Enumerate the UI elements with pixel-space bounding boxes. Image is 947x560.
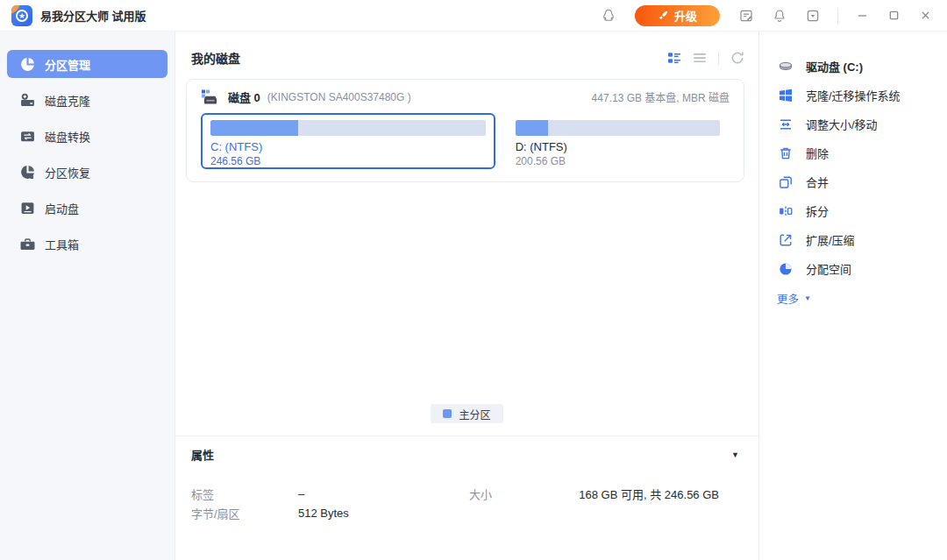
rocket-icon [658, 10, 669, 21]
action-label: 拆分 [806, 202, 829, 219]
refresh-icon[interactable] [730, 51, 744, 65]
partition-size: 200.56 GB [516, 155, 720, 168]
disk-clone-icon [20, 93, 35, 108]
sidebar-item-boot-disk[interactable]: 启动盘 [7, 194, 167, 222]
extend-shrink-icon [777, 231, 794, 249]
basic-disk-icon [201, 89, 219, 105]
feedback-icon[interactable] [734, 4, 758, 27]
legend-label: 主分区 [459, 407, 490, 422]
action-label: 分配空间 [806, 260, 851, 277]
minimize-button[interactable] [851, 4, 873, 27]
property-label: 大小 [469, 486, 492, 502]
disk-model: (KINGSTON SA400S37480G ) [267, 91, 411, 103]
chevron-down-icon: ▼ [804, 294, 811, 302]
partition-c[interactable]: C: (NTFS) 246.56 GB [201, 113, 495, 169]
app-window: ★ 易我分区大师 试用版 升级 [0, 0, 947, 560]
titlebar-divider [837, 8, 838, 24]
partition-recovery-icon [20, 165, 35, 180]
selected-drive-label: 驱动盘 (C:) [806, 58, 863, 74]
resize-move-icon [777, 116, 794, 133]
action-resize-move[interactable]: 调整大小/移动 [777, 110, 947, 138]
drive-platter-icon [777, 58, 794, 75]
disk-name: 磁盘 0 [228, 89, 260, 105]
upgrade-button[interactable]: 升级 [635, 5, 720, 26]
sidebar-item-label: 工具箱 [45, 236, 79, 252]
usage-bar [516, 120, 720, 136]
toolbar-divider [718, 52, 719, 65]
merge-icon [777, 174, 794, 191]
more-actions-button[interactable]: 更多 ▼ [777, 290, 811, 307]
sidebar-item-partition-manage[interactable]: 分区管理 [7, 50, 167, 78]
action-label: 克隆/迁移操作系统 [806, 87, 901, 103]
sidebar-item-partition-recovery[interactable]: 分区恢复 [7, 158, 167, 186]
card-view-icon[interactable] [667, 51, 681, 65]
sidebar-item-disk-convert[interactable]: 磁盘转换 [7, 122, 167, 150]
partition-label: C: (NTFS) [210, 140, 486, 153]
selected-drive-header: 驱动盘 (C:) [777, 52, 947, 81]
left-sidebar: 分区管理 磁盘克隆 磁盘转换 [0, 32, 175, 560]
qq-support-icon[interactable] [596, 4, 621, 27]
sidebar-item-toolbox[interactable]: 工具箱 [7, 230, 167, 258]
app-title: 易我分区大师 试用版 [40, 7, 146, 24]
action-panel: 驱动盘 (C:) 克隆/迁移操作系统 调整大小/移动 [758, 32, 947, 560]
sidebar-item-label: 分区管理 [45, 56, 90, 73]
partition-label: D: (NTFS) [516, 140, 720, 153]
action-label: 删除 [806, 145, 829, 161]
property-value: 168 GB 可用, 共 246.56 GB [492, 486, 719, 502]
close-button[interactable] [914, 4, 936, 27]
windows-icon [777, 87, 794, 104]
property-value: 512 Bytes [298, 507, 469, 520]
action-label: 调整大小/移动 [806, 116, 878, 132]
split-icon [777, 202, 794, 220]
property-label: 标签 [191, 486, 298, 502]
action-allocate-space[interactable]: 分配空间 [777, 254, 947, 283]
boot-disk-icon [20, 201, 35, 216]
sidebar-item-label: 启动盘 [45, 200, 79, 216]
page-title: 我的磁盘 [191, 49, 240, 67]
disk-card: 磁盘 0 (KINGSTON SA400S37480G ) 447.13 GB … [186, 79, 744, 182]
partition-size: 246.56 GB [210, 155, 486, 168]
sidebar-item-label: 磁盘克隆 [45, 92, 90, 109]
action-split[interactable]: 拆分 [777, 196, 947, 225]
upgrade-label: 升级 [674, 7, 697, 24]
properties-panel: 属性 ▼ 标签 – 大小 168 GB 可用, 共 246.56 GB 字节/扇… [175, 436, 758, 560]
action-delete[interactable]: 删除 [777, 138, 947, 167]
legend-primary-partition: 主分区 [431, 404, 502, 423]
collapse-caret-icon[interactable]: ▼ [731, 450, 739, 459]
property-label: 字节/扇区 [191, 505, 298, 521]
sidebar-item-label: 分区恢复 [45, 164, 90, 181]
allocate-space-icon [777, 260, 794, 278]
partition-d[interactable]: D: (NTFS) 200.56 GB [506, 113, 730, 169]
action-label: 扩展/压缩 [806, 231, 855, 248]
disk-summary: 447.13 GB 基本盘, MBR 磁盘 [592, 89, 730, 104]
primary-partition-swatch [443, 409, 452, 418]
action-label: 合并 [806, 174, 829, 190]
menu-dropdown-icon[interactable] [801, 4, 825, 27]
app-logo-icon: ★ [11, 5, 32, 26]
more-label: 更多 [777, 290, 799, 307]
sidebar-item-disk-clone[interactable]: 磁盘克隆 [7, 86, 167, 114]
usage-fill [516, 120, 548, 136]
usage-bar [210, 120, 486, 136]
action-merge[interactable]: 合并 [777, 167, 947, 196]
partition-map: C: (NTFS) 246.56 GB D: (NTFS) 200.56 GB [201, 113, 730, 169]
properties-title: 属性 [191, 446, 214, 463]
main-panel: 我的磁盘 [175, 32, 758, 560]
maximize-button[interactable] [882, 4, 905, 27]
sidebar-item-label: 磁盘转换 [45, 128, 90, 145]
action-clone-migrate-os[interactable]: 克隆/迁移操作系统 [777, 81, 947, 110]
notifications-bell-icon[interactable] [767, 4, 792, 27]
list-view-icon[interactable] [693, 51, 707, 65]
pie-partition-icon [20, 57, 35, 72]
action-extend-shrink[interactable]: 扩展/压缩 [777, 225, 947, 254]
trash-icon [777, 145, 794, 162]
disk-convert-icon [20, 129, 35, 144]
title-bar: ★ 易我分区大师 试用版 升级 [0, 0, 947, 32]
usage-fill [210, 120, 298, 136]
property-value: – [298, 487, 469, 500]
toolbox-icon [20, 237, 35, 252]
